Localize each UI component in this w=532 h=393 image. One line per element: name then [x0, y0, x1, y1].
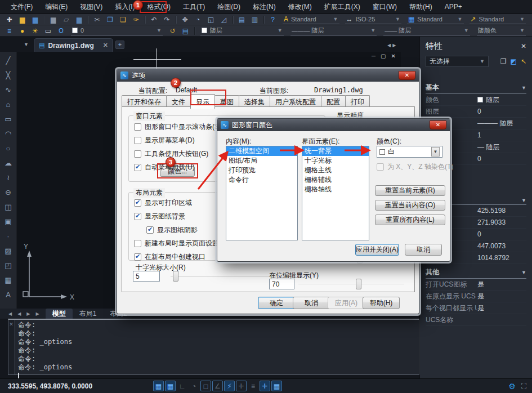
polar-tracking-icon[interactable]: ◔ [189, 381, 199, 391]
element-list-item[interactable]: 十字光标 [302, 156, 369, 166]
checkbox-box[interactable] [134, 213, 141, 220]
grid-icon[interactable]: ▦ [153, 381, 164, 391]
option-checkbox[interactable]: 工具条使用大按钮(G) [134, 149, 208, 159]
rectangle-tool-icon[interactable]: ▭ [2, 111, 15, 126]
copy-icon[interactable]: ❐ [104, 15, 116, 25]
properties-section-header[interactable]: 基本 ▼ [426, 83, 526, 94]
menu-item[interactable]: 扩展工具(X) [318, 0, 366, 14]
context-list-item[interactable]: 二维模型空间 [226, 146, 297, 156]
property-value[interactable]: 是 [477, 280, 484, 289]
revision-cloud-tool-icon[interactable]: ☁ [2, 155, 15, 170]
option-checkbox[interactable]: 在新布局中创建视口 [134, 252, 205, 262]
checkbox-box[interactable] [134, 164, 141, 171]
dynamic-input-icon[interactable]: ✛ [260, 381, 270, 391]
checkbox-box[interactable] [146, 226, 154, 234]
line-tool-icon[interactable]: ╱ [2, 53, 15, 68]
property-value[interactable]: 0 [477, 108, 481, 115]
publish-icon[interactable]: ▆ [73, 15, 85, 25]
layer-combo[interactable]: 0 ▼ [71, 26, 163, 35]
plot-preview-icon[interactable]: ▱ [60, 15, 72, 25]
quick-properties-icon[interactable]: ▦ [271, 381, 282, 391]
quick-select-icon[interactable]: ◩ [511, 57, 517, 65]
hatch-tool-icon[interactable]: ▨ [2, 243, 15, 258]
element-list-item[interactable]: 栅格辅线 [302, 175, 369, 185]
property-value[interactable]: 0 [477, 230, 481, 238]
next-tab-button[interactable]: ▶ [24, 311, 33, 316]
linetype-combo[interactable]: ——— 随层 ▼ [290, 26, 377, 35]
first-tab-button[interactable]: ◀ [6, 311, 15, 316]
redo-icon[interactable]: ↷ [161, 15, 173, 25]
menu-item[interactable]: 绘图(D) [211, 0, 247, 14]
text-tool-icon[interactable]: A [2, 287, 15, 302]
toolbar-separator[interactable] [143, 15, 147, 25]
cancel-button[interactable]: 取消 [293, 297, 330, 309]
new-file-icon[interactable]: ✚ [3, 15, 15, 25]
property-value[interactable]: 随层 [477, 95, 499, 105]
apply-button[interactable]: 应用(A) [328, 297, 365, 309]
esnap-lightning-icon[interactable]: ⚡ [224, 381, 235, 391]
checkbox-box[interactable] [134, 199, 141, 207]
toolbar-separator[interactable] [231, 15, 235, 25]
option-checkbox[interactable]: 显示图纸阴影 [146, 225, 198, 235]
polyline-tool-icon[interactable]: ∿ [2, 82, 15, 97]
element-list-item[interactable]: 统一背景 [302, 146, 369, 156]
menu-item[interactable]: 格式(O) [141, 0, 177, 14]
otrack-icon[interactable]: ∠ [212, 381, 223, 391]
checkbox-box[interactable] [134, 123, 141, 131]
property-value[interactable]: 1 [477, 131, 481, 139]
context-list-item[interactable]: 图纸/布局 [226, 156, 297, 166]
toolbar-separator[interactable] [86, 15, 90, 25]
property-value[interactable]: 是 [477, 303, 484, 313]
ok-button[interactable]: 确定 [258, 297, 295, 309]
osnap-icon[interactable]: ◻ [200, 381, 211, 391]
pan-icon[interactable]: ✥ [179, 15, 191, 25]
cut-icon[interactable]: ✂ [91, 15, 103, 25]
command-window-grip[interactable]: ✕ [8, 320, 15, 374]
menu-item[interactable]: 文件(F) [5, 0, 39, 14]
cancel-button[interactable]: 取消 [405, 244, 442, 256]
polygon-tool-icon[interactable]: ⌂ [2, 97, 15, 111]
checkbox-box[interactable] [134, 150, 141, 158]
dim-style-combo[interactable]: ↔ ISO-25 ▼ [345, 15, 402, 24]
collapse-chevron-icon[interactable]: ▼ [521, 85, 526, 91]
checkbox-box[interactable] [134, 137, 141, 144]
restore-element-button[interactable]: 重置当前元素(R) [375, 185, 445, 196]
option-checkbox[interactable]: 显示可打印区域 [134, 198, 192, 208]
table-style-combo[interactable]: ▦ Standard ▼ [407, 15, 464, 24]
selection-filter-select[interactable]: 无选择 ▼ [426, 56, 489, 67]
menu-item[interactable]: 标注(N) [247, 0, 282, 14]
restore-context-button[interactable]: 重置当前内容(O) [375, 200, 445, 211]
lineweight-icon[interactable]: ≡ [248, 381, 258, 391]
zoom-previous-icon[interactable]: ◿ [218, 15, 230, 25]
context-listbox[interactable]: 二维模型空间图纸/布局打印预览命令行 [226, 146, 298, 240]
point-tool-icon[interactable]: · [2, 229, 15, 243]
inplace-slider-handle[interactable] [356, 279, 361, 289]
layer-on-off-icon[interactable]: ● [16, 26, 28, 36]
menu-item[interactable]: 视图(V) [74, 0, 109, 14]
spline-tool-icon[interactable]: ≀ [2, 170, 15, 185]
menu-item[interactable]: 编辑(E) [39, 0, 74, 14]
paste-icon[interactable]: ❏ [117, 15, 129, 25]
properties-palette-icon[interactable]: ▤ [236, 15, 248, 25]
arc-tool-icon[interactable]: ◠ [2, 126, 15, 141]
checkbox-box[interactable] [134, 240, 141, 247]
last-tab-button[interactable]: ▶ [33, 311, 42, 316]
context-list-item[interactable]: 打印预览 [226, 166, 297, 175]
collapse-chevron-icon[interactable]: ▼ [521, 270, 526, 275]
close-icon[interactable]: ✕ [521, 42, 526, 50]
command-window[interactable]: ✕ 命令:命令:命令: _options命令:命令:命令: _options [8, 319, 419, 375]
construction-line-tool-icon[interactable]: ╳ [2, 68, 15, 82]
property-value[interactable]: 是 [477, 292, 484, 301]
property-value[interactable]: 425.5198 [477, 207, 506, 215]
lineweight-combo[interactable]: —— 随层 ▼ [383, 26, 470, 35]
tab-list-dropdown-icon[interactable]: ▼ [24, 42, 29, 47]
element-list-item[interactable]: 栅格轴线 [302, 185, 369, 194]
toolbar-separator[interactable] [42, 15, 46, 25]
zoom-realtime-icon[interactable]: ◔ [192, 15, 204, 25]
toggle-pickadd-icon[interactable]: ❐ [500, 57, 507, 65]
option-checkbox[interactable]: 图形窗口中显示滚动条(S) [134, 122, 221, 132]
object-color-combo[interactable]: 随层 ▼ [200, 26, 284, 35]
property-value[interactable]: — 随层 [477, 142, 499, 152]
apply-close-button[interactable]: 应用并关闭(A) [355, 244, 399, 256]
menu-item[interactable]: APP+ [439, 1, 468, 13]
